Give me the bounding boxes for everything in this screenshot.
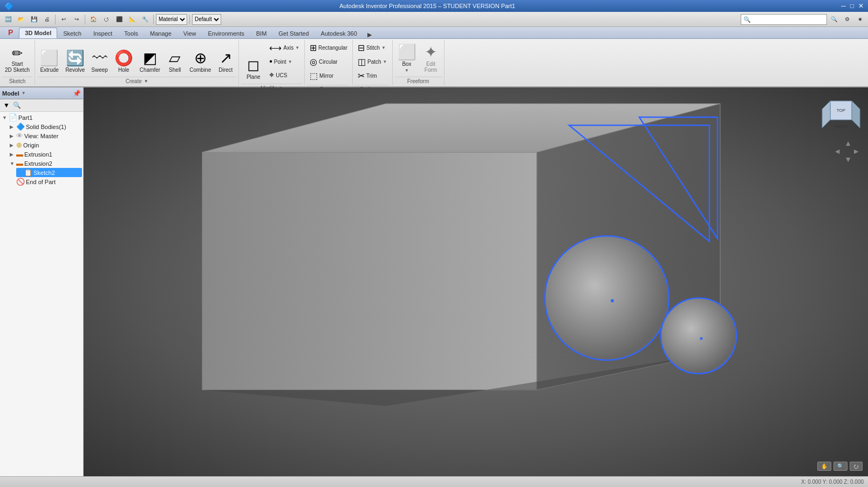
viewport-nav-left[interactable]: ◄ [833,147,841,155]
box-arrow[interactable]: ▼ [405,68,409,73]
tree-item-extrusion2[interactable]: ▼ ▬ Extrusion2 [9,159,82,168]
tab-inspect[interactable]: Inspect [87,28,118,38]
zoom-button[interactable]: 🔍 [833,462,848,471]
tree-item-solidbodies[interactable]: ▶ 🔷 Solid Bodies(1) [9,122,82,131]
trim-button[interactable]: ✂ Trim [355,69,390,83]
point-icon: • [269,57,272,66]
expander-origin[interactable]: ▶ [10,143,15,148]
axis-button[interactable]: ⟷ Axis ▼ [266,41,302,55]
viewport-nav-right[interactable]: ► [852,147,860,155]
minimize-button[interactable]: ─ [841,2,846,10]
tab-autodesk360[interactable]: Autodesk 360 [315,28,363,38]
qa-separator2 [85,15,85,24]
qa-home[interactable]: 🏠 [87,13,99,25]
viewport-nav-arrows[interactable]: ▲ [844,139,852,147]
navcube[interactable]: TOP FRONT [819,93,863,136]
model-filter-button[interactable]: ▼ [2,100,11,110]
qa-rotate[interactable]: ⭯ [100,13,112,25]
tree-item-part1[interactable]: ▼ 📄 Part1 [1,113,82,122]
sweep-button[interactable]: 〰 Sweep [88,49,111,75]
circular-button[interactable]: ◎ Circular [307,55,350,69]
star-button[interactable]: ★ [854,13,866,25]
qa-select[interactable]: ⬛ [113,13,125,25]
material-dropdown[interactable]: Material [156,14,187,25]
point-button[interactable]: • Point ▼ [266,55,302,68]
close-button[interactable]: ✕ [858,2,864,10]
qa-undo[interactable]: ↩ [58,13,70,25]
tab-pro[interactable]: P [2,26,19,38]
point-arrow[interactable]: ▼ [288,59,292,64]
model-pin-button[interactable]: 📌 [73,90,81,97]
model-dropdown-arrow[interactable]: ▼ [22,91,26,96]
revolve-button[interactable]: 🔄 Revolve [63,49,87,75]
maximize-button[interactable]: □ [850,2,854,10]
qa-separator [55,15,56,24]
plane-button[interactable]: ◻ Plane [241,56,265,82]
model-toolbar: ▼ 🔍 [0,99,83,112]
ribbon-more[interactable]: ▶ [367,31,372,38]
direct-icon: ↗ [220,51,232,66]
mirror-button[interactable]: ⬚ Mirror [307,69,350,83]
view-dropdown[interactable]: Default [192,14,221,25]
expander-extrusion2[interactable]: ▼ [10,161,15,166]
tab-3dmodel[interactable]: 3D Model [19,28,57,38]
qa-new[interactable]: 🆕 [2,13,14,25]
viewport[interactable]: TOP FRONT ▲ ◄ ► ▼ ✋ 🔍 ⭮ [84,87,868,476]
hole-button[interactable]: ⭕ Hole [112,49,136,75]
qa-print[interactable]: 🖨 [41,13,53,25]
search-button[interactable]: 🔍 [828,13,840,25]
rectangular-icon: ⊞ [310,43,317,53]
viewport-nav-down[interactable]: ▼ [844,155,852,164]
start-2d-sketch-button[interactable]: ✏ Start2D Sketch [2,45,32,75]
viewmaster-label: View: Master [24,133,81,139]
tree-item-extrusion1[interactable]: ▶ ▬ Extrusion1 [9,150,82,159]
chamfer-button[interactable]: ◩ Chamfer [137,49,163,75]
expander-part1[interactable]: ▼ [2,115,8,120]
tree-item-origin[interactable]: ▶ ⊕ Origin [9,140,82,150]
pan-button[interactable]: ✋ [817,462,831,471]
patch-button[interactable]: ◫ Patch ▼ [355,55,390,69]
axis-arrow[interactable]: ▼ [295,45,299,50]
qa-redo[interactable]: ↪ [71,13,83,25]
qa-properties[interactable]: 🔧 [139,13,151,25]
tab-environments[interactable]: Environments [202,28,250,38]
ucs-button[interactable]: ⌖ UCS [266,69,302,82]
tab-getstarted[interactable]: Get Started [272,28,315,38]
model-search-button[interactable]: 🔍 [12,100,22,110]
combine-button[interactable]: ⊕ Combine [187,49,214,75]
qa-separator3 [153,15,154,24]
qa-open[interactable]: 📂 [15,13,27,25]
box-button[interactable]: ⬜ Box ▼ [395,43,419,75]
extrude-button[interactable]: ⬜ Extrude [37,49,61,75]
tree-item-viewmaster[interactable]: ▶ 👁 View: Master [9,131,82,140]
viewport-controls[interactable]: ✋ 🔍 ⭮ [817,462,863,471]
tab-manage[interactable]: Manage [144,28,177,38]
tab-sketch[interactable]: Sketch [57,28,87,38]
rectangular-button[interactable]: ⊞ Rectangular [307,41,350,55]
qa-save[interactable]: 💾 [28,13,40,25]
expander-solidbodies[interactable]: ▶ [10,124,15,130]
orbit-button[interactable]: ⭮ [850,462,863,471]
expander-viewmaster[interactable]: ▶ [10,133,15,139]
create-group-label[interactable]: Create ▼ [37,77,236,85]
tree-item-endofpart[interactable]: 🚫 End of Part [9,177,82,186]
editform-icon: ✦ [425,45,437,60]
direct-button[interactable]: ↗ Direct [215,49,236,75]
tab-view[interactable]: View [177,28,202,38]
tree-item-sketch2[interactable]: 📋 Sketch2 [16,168,82,177]
extrusion1-icon: ▬ [16,150,23,158]
settings-button[interactable]: ⚙ [841,13,853,25]
shell-button[interactable]: ▱ Shell [164,49,186,75]
create-dropdown-arrow[interactable]: ▼ [144,79,148,84]
search-input[interactable] [741,14,827,25]
tab-bim[interactable]: BIM [250,28,273,38]
stitch-arrow[interactable]: ▼ [381,45,386,50]
edit-form-button[interactable]: ✦ EditForm [420,43,442,75]
svg-point-9 [700,337,703,340]
tab-tools[interactable]: Tools [118,28,144,38]
qa-measure[interactable]: 📐 [126,13,138,25]
stitch-button[interactable]: ⊟ Stitch ▼ [355,41,390,55]
ribbon-group-workfeatures: ⊞ Rectangular ◎ Circular ⬚ Mirror Patter… [305,40,353,85]
patch-arrow[interactable]: ▼ [383,59,387,64]
expander-extrusion1[interactable]: ▶ [10,152,15,157]
